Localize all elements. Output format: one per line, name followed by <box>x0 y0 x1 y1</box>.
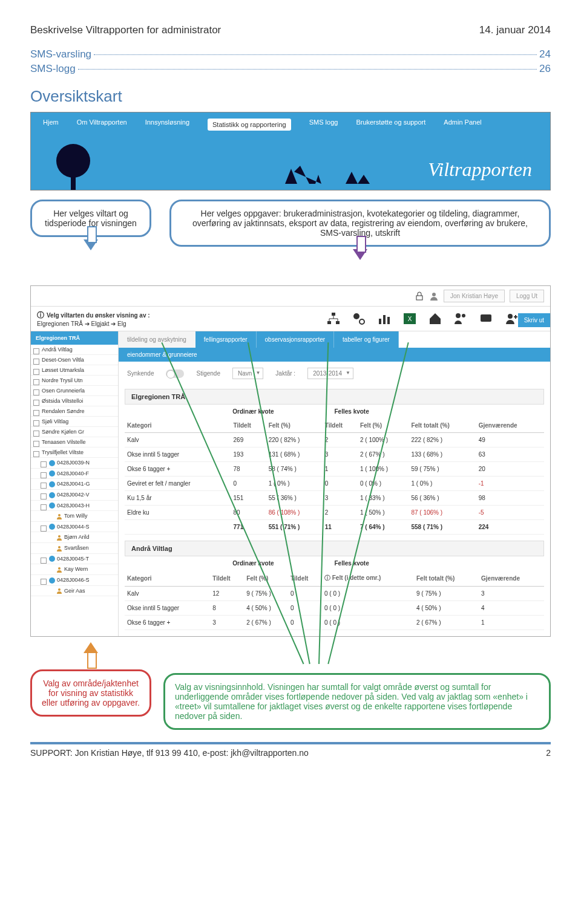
cell: 12 <box>210 587 244 601</box>
home-icon[interactable] <box>428 311 442 326</box>
subtab[interactable]: eiendommer & grunneiere <box>119 348 550 362</box>
animal-silhouette-icon <box>273 157 394 187</box>
tree-item[interactable]: Andrå Viltlag <box>31 345 118 355</box>
cell: Okse 6 tagger + <box>125 616 210 630</box>
col-header: Tildelt <box>288 570 322 587</box>
tree-item[interactable]: Bjørn Arild <box>31 532 118 543</box>
cell: 222 ( 82% ) <box>409 433 476 447</box>
user-swap-icon[interactable] <box>453 311 468 326</box>
sidebar: Elgregionen TRÅ Andrå ViltlagDeset-Osen … <box>31 331 119 636</box>
cell: 193 <box>231 447 266 462</box>
cell: 558 ( 71% ) <box>409 520 476 535</box>
tree-label: Svartåsen <box>64 545 89 551</box>
print-label[interactable]: Skriv ut <box>518 313 550 327</box>
tree-item[interactable]: 0428J0039-N <box>31 458 118 469</box>
nav-item[interactable]: Innsynsløsning <box>145 119 189 131</box>
tree-item[interactable]: Rendalen Søndre <box>31 406 118 417</box>
tree-item[interactable]: Sjøli Viltlag <box>31 417 118 427</box>
cell: -5 <box>476 506 544 520</box>
col-header: Gjenværende <box>479 570 544 587</box>
tree-item[interactable]: Kay Wern <box>31 564 118 575</box>
tree-label: Trysilfjellet Viltste <box>42 449 84 455</box>
nav-item[interactable]: SMS logg <box>309 119 338 131</box>
lock-icon[interactable] <box>415 291 424 301</box>
col-header: Gjenværende <box>476 418 544 433</box>
tree-item[interactable]: 0428J0041-G <box>31 479 118 490</box>
sort-asc-label: Stigende <box>196 370 220 377</box>
tree-item[interactable]: 0428J0045-T <box>31 554 118 565</box>
person-icon[interactable] <box>429 291 439 301</box>
region1-table: KategoriTildeltFelt (%)TildeltFelt (%)Fe… <box>125 418 544 535</box>
disc-icon <box>49 470 55 477</box>
svg-rect-6 <box>336 321 340 324</box>
sms-icon[interactable] <box>479 311 493 326</box>
cell: 58 ( 74% ) <box>266 462 323 477</box>
gear-people-icon[interactable] <box>352 311 366 326</box>
tree-item[interactable]: 0428J0040-F <box>31 469 118 480</box>
felles-label: Felles kvote <box>335 408 436 415</box>
ordinaer-label: Ordinær kvote <box>232 408 334 415</box>
tree-item[interactable]: Trysilfjellet Viltste <box>31 447 118 458</box>
table-row: Kalv129 ( 75% )00 ( 0 )9 ( 75% )3 <box>125 587 544 601</box>
nav-item[interactable]: Brukerstøtte og support <box>356 119 425 131</box>
tab[interactable]: tildeling og avskytning <box>119 331 195 348</box>
name-dropdown[interactable]: Navn <box>232 368 263 379</box>
svg-rect-16 <box>481 314 491 322</box>
cell: 3 <box>479 587 544 601</box>
page-footer: SUPPORT: Jon Kristian Høye, tlf 913 99 4… <box>30 742 551 758</box>
tree-item[interactable]: Tom Willy <box>31 511 118 522</box>
nav-item[interactable]: Hjem <box>43 119 59 131</box>
nav-item[interactable]: Admin Panel <box>444 119 481 131</box>
cell: 1 <box>323 462 358 477</box>
jaktar-dropdown[interactable]: 2013-2014 <box>307 368 353 379</box>
user-add-icon[interactable] <box>504 311 519 326</box>
cell: 0 <box>288 587 322 601</box>
sidebar-head[interactable]: Elgregionen TRÅ <box>31 331 118 345</box>
svg-rect-10 <box>383 315 386 324</box>
cell: 59 ( 75% ) <box>409 462 476 477</box>
tree-item[interactable]: Deset-Osen Viltla <box>31 355 118 365</box>
tree-item[interactable]: 0428J0043-H <box>31 501 118 512</box>
chart-icon[interactable] <box>377 311 392 326</box>
tree-label: Løsset Utmarksla <box>42 367 84 373</box>
tree-item[interactable]: Søndre Kjølen Gr <box>31 427 118 437</box>
svg-point-14 <box>456 313 461 318</box>
logout-button[interactable]: Logg Ut <box>510 290 544 302</box>
table-row: Okse 6 tagger +32 ( 67% )00 ( 0 )2 ( 67%… <box>125 616 544 630</box>
tree-item[interactable]: Geir Aas <box>31 586 118 597</box>
col-header: Tildelt <box>210 570 244 587</box>
tree-item[interactable]: Nordre Trysil Utn <box>31 376 118 386</box>
svg-point-17 <box>508 314 513 319</box>
tab[interactable]: observasjonsrapporter <box>257 331 335 348</box>
cell: 133 ( 68% ) <box>409 447 476 462</box>
cell: 0 <box>323 477 358 491</box>
tab[interactable]: tabeller og figurer <box>334 331 399 348</box>
nav-item[interactable]: Statistikk og rapportering <box>208 119 291 131</box>
tree-label: Geir Aas <box>64 588 85 594</box>
table-row: Kalv269220 ( 82% )22 ( 100% )222 ( 82% )… <box>125 433 544 447</box>
svg-point-22 <box>58 535 61 538</box>
tree-item[interactable]: Østsida Viltstelloi <box>31 396 118 406</box>
user-name-button[interactable]: Jon Kristian Høye <box>444 290 505 302</box>
tree-item[interactable]: 0428J0044-S <box>31 522 118 533</box>
banner-nav: HjemOm ViltrapportenInnsynsløsningStatis… <box>31 112 550 137</box>
tree-item[interactable]: Osen Grunneierla <box>31 386 118 396</box>
region2-head: Andrå Viltlag <box>125 541 544 556</box>
tree-label: 0428J0043-H <box>57 503 90 509</box>
tree-label: 0428J0044-S <box>57 524 90 530</box>
tree-item[interactable]: 0428J0046-S <box>31 575 118 586</box>
hierarchy-icon[interactable] <box>326 311 341 326</box>
nav-item[interactable]: Om Viltrapporten <box>77 119 127 131</box>
excel-icon[interactable]: X <box>402 311 417 326</box>
sort-toggle[interactable] <box>166 369 184 378</box>
tree-item[interactable]: 0428J0042-V <box>31 490 118 501</box>
toc-line: SMS-logg26 <box>30 63 551 75</box>
tree-item[interactable]: Tenaasen Vilstelle <box>31 437 118 447</box>
col-header: Kategori <box>125 418 231 433</box>
tree-item[interactable]: Løsset Utmarksla <box>31 365 118 376</box>
cell: 3 <box>323 447 358 462</box>
person-icon <box>56 588 62 594</box>
tree-item[interactable]: Svartåsen <box>31 543 118 554</box>
tab[interactable]: fellingsrapporter <box>195 331 257 348</box>
table-row: Ku 1,5 år15155 ( 36% )31 ( 33% )56 ( 36%… <box>125 491 544 506</box>
